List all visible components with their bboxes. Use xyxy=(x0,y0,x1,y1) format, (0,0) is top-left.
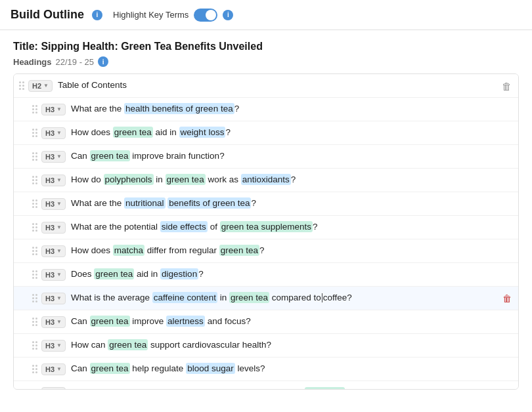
h3-badge[interactable]: H3 ▼ xyxy=(41,151,66,163)
item-text: How do polyphenols in green tea work as … xyxy=(71,174,512,186)
item-text: Does green tea aid in digestion? xyxy=(71,268,512,281)
drag-handle[interactable] xyxy=(32,199,39,208)
drag-handle[interactable] xyxy=(32,247,39,255)
h3-badge[interactable]: H3 ▼ xyxy=(41,293,66,304)
main-content: Title: Sipping Health: Green Tea Benefit… xyxy=(0,30,532,400)
outline-item-12: H3 ▼ Can green tea help regulate blood s… xyxy=(14,358,518,381)
app-title: Build Outline xyxy=(11,8,84,22)
outline-item-5: H3 ▼ What are the nutritional benefits o… xyxy=(14,192,518,216)
item-text: How does green tea aid in weight loss? xyxy=(71,127,512,139)
item-text: What are the health benefits of green te… xyxy=(71,103,512,115)
h2-badge[interactable]: H2 ▼ xyxy=(28,80,53,92)
item-text: What are the nutritional benefits of gre… xyxy=(71,197,512,210)
h3-badge[interactable]: H3 ▼ xyxy=(41,269,66,281)
headings-info-icon[interactable]: i xyxy=(98,56,108,67)
outline-item-13: H3 ▼ What are some of the precautions to… xyxy=(14,381,518,389)
drag-handle[interactable] xyxy=(32,294,39,302)
toggle-label: Highlight Key Terms xyxy=(113,10,188,20)
item-text: Can green tea help regulate blood sugar … xyxy=(71,363,512,375)
h3-badge[interactable]: H3 ▼ xyxy=(41,363,66,375)
app-header: Build Outline i Highlight Key Terms i xyxy=(0,0,532,30)
toggle-thumb xyxy=(206,10,216,20)
item-text: What is the average caffeine content in … xyxy=(71,292,512,304)
item-trash-icon[interactable]: 🗑 xyxy=(502,293,512,304)
drag-handle[interactable] xyxy=(32,270,39,279)
item-text: Can green tea improve alertness and focu… xyxy=(71,316,512,328)
doc-title: Title: Sipping Health: Green Tea Benefit… xyxy=(13,41,519,52)
h3-badge[interactable]: H3 ▼ xyxy=(41,316,66,328)
outline-item-4: H3 ▼ How do polyphenols in green tea wor… xyxy=(14,169,518,192)
outline-trash-top-icon[interactable]: 🗑 xyxy=(502,81,512,92)
drag-handle[interactable] xyxy=(32,105,39,113)
outline-item-3: H3 ▼ Can green tea improve brain functio… xyxy=(14,145,518,169)
item-text: What are some of the precautions to take… xyxy=(71,387,512,389)
h3-badge[interactable]: H3 ▼ xyxy=(41,222,66,234)
item-text: Can green tea improve brain function? xyxy=(71,150,512,163)
drag-handle[interactable] xyxy=(32,152,39,161)
drag-handle[interactable] xyxy=(32,223,39,232)
outline-item-6: H3 ▼ What are the potential side effects… xyxy=(14,216,518,239)
outline-area: 🗑 H2 ▼ Table of Contents H3 ▼ xyxy=(13,73,519,390)
toggle-info-icon[interactable]: i xyxy=(223,10,233,20)
outline-item-toc: H2 ▼ Table of Contents xyxy=(14,74,518,98)
headings-label: Headings xyxy=(13,57,52,67)
drag-handle[interactable] xyxy=(32,365,39,373)
h3-badge[interactable]: H3 ▼ xyxy=(41,104,66,115)
item-text: Table of Contents xyxy=(58,79,512,92)
headings-row: Headings 22/19 - 25 i xyxy=(13,56,519,67)
outline-item-10: H3 ▼ Can green tea improve alertness and… xyxy=(14,310,518,334)
outline-item-11: H3 ▼ How can green tea support cardiovas… xyxy=(14,334,518,358)
drag-handle[interactable] xyxy=(32,389,39,390)
item-text: How does matcha differ from regular gree… xyxy=(71,245,512,257)
outline-item-8: H3 ▼ Does green tea aid in digestion? xyxy=(14,263,518,287)
h3-badge[interactable]: H3 ▼ xyxy=(41,175,66,186)
headings-count: 22/19 - 25 xyxy=(56,57,95,67)
drag-handle[interactable] xyxy=(32,176,39,184)
drag-handle[interactable] xyxy=(32,318,39,326)
outline-item-7: H3 ▼ How does matcha differ from regular… xyxy=(14,239,518,263)
outline-item-2: H3 ▼ How does green tea aid in weight lo… xyxy=(14,121,518,145)
h3-badge[interactable]: H3 ▼ xyxy=(41,127,66,139)
drag-handle[interactable] xyxy=(32,341,39,350)
header-info-icon[interactable]: i xyxy=(92,10,102,20)
outline-item-1: H3 ▼ What are the health benefits of gre… xyxy=(14,98,518,121)
h3-badge[interactable]: H3 ▼ xyxy=(41,245,66,257)
highlight-toggle[interactable] xyxy=(194,9,217,22)
item-text: What are the potential side effects of g… xyxy=(71,221,512,234)
outline-scroll[interactable]: H2 ▼ Table of Contents H3 ▼ What are the… xyxy=(14,74,518,389)
h3-badge[interactable]: H3 ▼ xyxy=(41,387,66,389)
item-text: How can green tea support cardiovascular… xyxy=(71,339,512,352)
h3-badge[interactable]: H3 ▼ xyxy=(41,340,66,352)
drag-handle[interactable] xyxy=(32,129,39,137)
toggle-section: Highlight Key Terms i xyxy=(113,9,233,22)
h3-badge[interactable]: H3 ▼ xyxy=(41,198,66,210)
outline-item-9-highlighted: H3 ▼ What is the average caffeine conten… xyxy=(14,287,518,310)
drag-handle[interactable] xyxy=(19,81,26,90)
